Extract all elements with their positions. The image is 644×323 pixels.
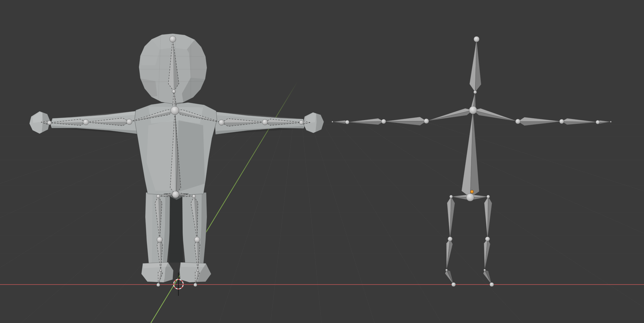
joint-sphere-knee-r: [485, 237, 490, 241]
joint-sphere-chest: [469, 106, 477, 114]
joint-sphere-wrist-r: [596, 120, 600, 124]
grid-line-radial: [386, 120, 644, 323]
bone-face: [488, 197, 492, 239]
grid-line-radial: [302, 120, 321, 323]
joint-sphere-ankle-l: [445, 269, 448, 271]
grid-line-radial: [271, 120, 294, 323]
character-legs-gap-shadow: [169, 194, 183, 263]
joint-sphere-wrist-r: [299, 120, 303, 125]
character-torso-right-shade: [177, 120, 205, 192]
joint-sphere-ankle-r: [484, 269, 486, 271]
bone-face: [485, 270, 492, 285]
joint-sphere-head-top: [170, 36, 176, 42]
joint-sphere-elbow-r: [560, 119, 564, 124]
bone-face: [518, 117, 562, 121]
viewport-scene: [0, 0, 644, 323]
joint-sphere-toe-l: [156, 283, 160, 287]
joint-sphere-knee-l: [157, 237, 163, 243]
joint-sphere-toe-r: [490, 282, 494, 287]
joint-sphere-neck: [172, 90, 176, 93]
skeleton-armature[interactable]: [332, 36, 611, 287]
grid-line-radial: [420, 120, 644, 323]
joint-sphere-hip: [172, 191, 179, 198]
blender-3d-viewport[interactable]: [0, 0, 644, 323]
joint-sphere-shoulder-r: [219, 120, 224, 125]
joint-sphere-ankle-l: [160, 269, 162, 271]
bone-face: [332, 122, 347, 124]
joint-sphere-wrist-l: [47, 121, 52, 125]
joint-sphere-shoulder-l: [126, 119, 132, 125]
grid-line-radial: [357, 120, 644, 323]
bone-face: [562, 118, 598, 122]
joint-sphere-hip: [466, 193, 474, 201]
joint-sphere-thigh-r: [487, 195, 490, 198]
grid-line-radial: [219, 120, 285, 323]
joint-sphere-knee-r: [194, 237, 200, 243]
grid-line-radial: [310, 120, 374, 323]
character-fist-right-shade: [315, 113, 324, 132]
joint-sphere-shoulder-r: [515, 119, 520, 124]
joint-sphere-toe-r: [194, 283, 197, 287]
bone-face: [426, 110, 473, 121]
bone-face: [518, 121, 562, 126]
joint-sphere-knee-l: [448, 237, 453, 241]
armature-origin-dot: [471, 190, 474, 193]
joint-sphere-thigh-l: [156, 195, 160, 198]
grid-line-radial: [21, 120, 253, 323]
joint-sphere-thigh-l: [450, 195, 453, 198]
grid-line-radial: [334, 120, 523, 323]
joint-sphere-hand-tip-l: [332, 121, 333, 122]
grid-line-radial: [321, 120, 442, 323]
joint-sphere-ankle-r: [197, 269, 199, 271]
bone-face: [447, 270, 454, 285]
joint-sphere-head-top: [474, 36, 479, 42]
joint-sphere-elbow-l: [83, 119, 89, 125]
joint-sphere-toe-l: [451, 282, 456, 287]
joint-sphere-hand-tip-r: [610, 121, 611, 122]
joint-sphere-thigh-r: [192, 195, 196, 198]
character-fist-left-highlight: [33, 112, 42, 123]
floor-grid: [0, 120, 644, 323]
character-fist-right-highlight: [306, 113, 316, 123]
bone-face: [384, 121, 426, 125]
joint-sphere-neck: [474, 91, 477, 94]
joint-sphere-shoulder-l: [424, 119, 429, 124]
bone-face: [384, 117, 426, 121]
joint-sphere-chest: [171, 106, 179, 115]
character-head-bottom-shade: [140, 78, 157, 97]
joint-sphere-elbow-r: [262, 119, 268, 125]
joint-sphere-elbow-l: [382, 119, 386, 124]
joint-sphere-wrist-l: [345, 120, 349, 124]
